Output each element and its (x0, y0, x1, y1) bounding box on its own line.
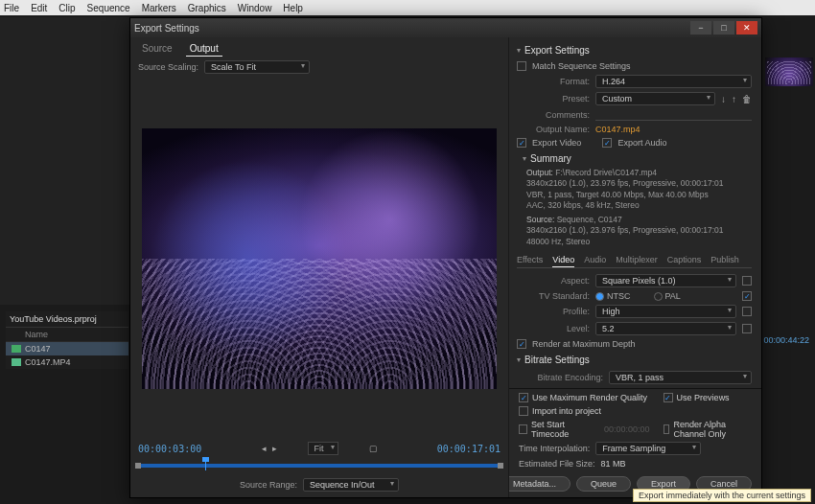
start-tc-value: 00:00:00:00 (604, 424, 650, 434)
import-project-label: Import into project (532, 406, 601, 416)
bitrate-heading[interactable]: Bitrate Settings (517, 351, 752, 369)
app-menubar[interactable]: FileEditClipSequenceMarkersGraphicsWindo… (0, 0, 815, 15)
out-handle[interactable] (498, 463, 503, 469)
format-select[interactable]: H.264 (595, 75, 752, 88)
save-preset-icon[interactable]: ↓ (721, 94, 726, 104)
aspect-select[interactable]: Square Pixels (1.0) (595, 274, 736, 287)
bg-source-panel (0, 17, 129, 305)
in-handle[interactable] (135, 463, 141, 469)
tv-standard-label: TV Standard: (517, 291, 590, 301)
export-settings-heading[interactable]: Export Settings (517, 41, 752, 59)
project-item-label: C0147 (25, 344, 51, 354)
import-project-checkbox[interactable] (519, 406, 528, 416)
est-size-label: Estimated File Size: (519, 459, 595, 469)
menu-sequence[interactable]: Sequence (87, 3, 130, 13)
preview-monitor (142, 128, 497, 389)
maximize-button[interactable]: □ (713, 21, 734, 34)
menu-edit[interactable]: Edit (31, 3, 47, 13)
render-alpha-label: Render Alpha Channel Only (673, 420, 738, 439)
profile-lock-checkbox[interactable] (742, 307, 752, 316)
export-video-checkbox[interactable] (517, 138, 526, 148)
import-preset-icon[interactable]: ↑ (732, 94, 736, 104)
dialog-footer: Use Maximum Render Quality Use Previews … (509, 388, 761, 497)
minimize-button[interactable]: − (690, 21, 711, 34)
metadata-button[interactable]: Metadata... (509, 476, 570, 492)
export-audio-checkbox[interactable] (602, 138, 612, 148)
project-item[interactable]: C0147 (6, 342, 128, 355)
range-slider[interactable] (138, 459, 501, 472)
zoom-fit-select[interactable]: Fit (308, 442, 338, 455)
step-forward-button[interactable]: ▸ (272, 444, 277, 453)
pal-label: PAL (665, 291, 681, 301)
summary-heading[interactable]: Summary (523, 149, 752, 168)
aspect-correct-button[interactable]: ▢ (369, 444, 378, 453)
subtab-publish[interactable]: Publish (710, 253, 739, 267)
source-scaling-select[interactable]: Scale To Fit (204, 60, 310, 74)
level-lock-checkbox[interactable] (742, 324, 752, 333)
tab-source[interactable]: Source (138, 41, 176, 57)
menu-file[interactable]: File (4, 3, 19, 13)
match-sequence-checkbox[interactable] (517, 61, 526, 71)
source-scaling-label: Source Scaling: (138, 62, 198, 72)
project-panel: YouTube Videos.prproj Name C0147C0147.MP… (6, 311, 128, 369)
source-range-select[interactable]: Sequence In/Out (303, 478, 399, 492)
transport-bar: 00:00:03:00 ◂ ▸ Fit ▢ 00:00:17:01 (130, 440, 508, 497)
menu-markers[interactable]: Markers (142, 3, 176, 13)
out-timecode[interactable]: 00:00:17:01 (437, 444, 501, 454)
menu-help[interactable]: Help (283, 3, 303, 13)
level-label: Level: (517, 324, 590, 333)
ntsc-radio[interactable] (595, 292, 604, 301)
clip-icon (12, 345, 21, 353)
export-tooltip: Export immediately with the current sett… (633, 489, 811, 502)
bitrate-encoding-select[interactable]: VBR, 1 pass (609, 371, 752, 384)
preset-label: Preset: (517, 94, 590, 103)
subtab-audio[interactable]: Audio (584, 253, 606, 267)
tab-output[interactable]: Output (186, 41, 222, 57)
max-render-quality-label: Use Maximum Render Quality (532, 393, 647, 402)
time-interp-select[interactable]: Frame Sampling (595, 442, 701, 455)
aspect-lock-checkbox[interactable] (742, 276, 752, 286)
comments-input[interactable] (595, 109, 752, 121)
subtab-effects[interactable]: Effects (517, 253, 543, 267)
menu-window[interactable]: Window (238, 3, 272, 13)
project-item-label: C0147.MP4 (25, 357, 71, 367)
subtab-captions[interactable]: Captions (667, 253, 702, 267)
queue-button[interactable]: Queue (576, 476, 631, 492)
tv-lock-checkbox[interactable] (742, 291, 752, 301)
use-previews-label: Use Previews (677, 393, 730, 402)
step-back-button[interactable]: ◂ (262, 444, 267, 453)
est-size-value: 81 MB (601, 459, 626, 469)
menu-clip[interactable]: Clip (58, 3, 75, 13)
export-video-label: Export Video (532, 138, 581, 148)
match-sequence-label: Match Sequence Settings (532, 61, 631, 71)
delete-preset-icon[interactable]: 🗑 (742, 94, 752, 104)
menu-graphics[interactable]: Graphics (188, 3, 226, 13)
profile-select[interactable]: High (595, 305, 736, 318)
level-select[interactable]: 5.2 (595, 322, 736, 335)
preview-image (142, 128, 497, 389)
preset-select[interactable]: Custom (595, 92, 715, 105)
export-settings-dialog: Export Settings − □ ✕ Source Output Sour… (129, 17, 762, 498)
playhead[interactable] (205, 461, 206, 470)
set-start-tc-checkbox[interactable] (519, 424, 527, 434)
max-render-quality-checkbox[interactable] (519, 393, 528, 402)
dialog-titlebar[interactable]: Export Settings − □ ✕ (130, 18, 761, 37)
format-label: Format: (517, 77, 590, 86)
comments-label: Comments: (517, 110, 590, 120)
aspect-label: Aspect: (517, 276, 590, 286)
in-timecode[interactable]: 00:00:03:00 (138, 444, 201, 454)
use-previews-checkbox[interactable] (664, 393, 673, 402)
project-tab[interactable]: YouTube Videos.prproj (10, 314, 97, 324)
pal-radio[interactable] (654, 292, 663, 301)
time-interp-label: Time Interpolation: (519, 444, 590, 453)
bitrate-encoding-label: Bitrate Encoding: (517, 373, 603, 382)
subtab-multiplexer[interactable]: Multiplexer (616, 253, 658, 267)
project-item[interactable]: C0147.MP4 (6, 355, 128, 369)
output-name-link[interactable]: C0147.mp4 (595, 125, 640, 134)
ntsc-label: NTSC (607, 291, 631, 301)
render-max-depth-checkbox[interactable] (517, 339, 526, 349)
profile-label: Profile: (517, 307, 590, 316)
close-button[interactable]: ✕ (736, 21, 757, 34)
subtab-video[interactable]: Video (552, 253, 574, 267)
render-alpha-checkbox[interactable] (664, 424, 670, 434)
